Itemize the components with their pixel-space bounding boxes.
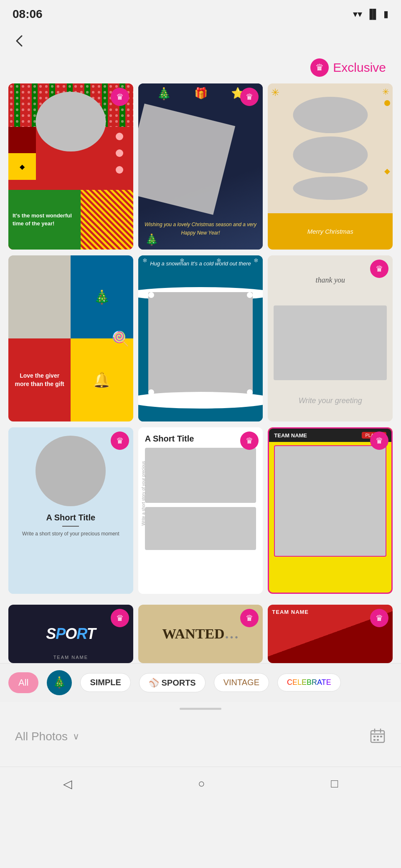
- card-4-star-panel: 🔔: [71, 338, 133, 421]
- exclusive-row: Exclusive: [0, 54, 401, 83]
- back-arrow-icon: [13, 33, 28, 48]
- filter-sports-label: ⚾ SPORTS: [149, 678, 196, 687]
- partial-card-wanted-crown: [240, 609, 259, 627]
- card-9-team-name: TEAM NAME: [274, 432, 307, 439]
- card-1-dot1: [116, 133, 123, 140]
- card-3-circle2: [293, 136, 368, 173]
- pc-wanted-text: WANTED…: [162, 626, 239, 642]
- filter-simple-button[interactable]: SIMPLE: [80, 673, 130, 692]
- card-3-circle1: [293, 97, 368, 134]
- card-6-thankyou-text: thank you: [315, 276, 345, 285]
- all-photos-label: All Photos: [15, 730, 68, 743]
- sport-p: P: [56, 625, 65, 642]
- template-card-short-title-circle[interactable]: A Short Title Write a short story of you…: [8, 427, 133, 593]
- sport-s: S: [46, 625, 56, 642]
- ornament-2: 🎁: [194, 87, 208, 101]
- card-7-divider: [62, 526, 79, 527]
- card-7-circle-photo: [36, 436, 106, 506]
- scroll-bar: [180, 708, 221, 710]
- bottom-filter-bar: All 🎄 SIMPLE ⚾ SPORTS VINTAGE CELEBRATE: [0, 663, 401, 702]
- template-card-short-title-text[interactable]: A Short Title Write a short story of you…: [138, 427, 263, 593]
- card-1-dot3: [116, 166, 123, 174]
- partial-card-sport-crown: [111, 609, 129, 627]
- filter-vintage-button[interactable]: VINTAGE: [214, 673, 269, 692]
- all-photos-dropdown[interactable]: All Photos ∨: [15, 730, 79, 743]
- card-7-inner: A Short Title Write a short story of you…: [8, 427, 133, 593]
- card-3-merry-christmas: Merry Christmas: [307, 228, 353, 235]
- card-9-photo-area: [274, 445, 386, 557]
- card-5-text-area: Hug a snowman It's a cold world out ther…: [138, 260, 263, 268]
- card-1-text: It's the most wonderful time of the year…: [13, 212, 76, 227]
- card-4-inner: 🎄 Love the giver more than the gift 🔔 🍭: [8, 255, 133, 421]
- template-card-sports-team[interactable]: TEAM NAME PLAYER: [268, 427, 393, 593]
- partial-card-wanted[interactable]: WANTED…: [138, 605, 263, 663]
- status-time: 08:06: [13, 8, 43, 21]
- card-4-photo-tl: [8, 255, 71, 338]
- bottom-nav: ◁ ○ □: [0, 767, 401, 797]
- card-1-inner: ◆ It's the most wonderful time of the ye…: [8, 83, 133, 250]
- filter-all-label: All: [18, 677, 28, 688]
- card-8-photo1: [145, 448, 256, 503]
- filter-celebrate-label: CELEBRATE: [287, 678, 331, 686]
- filter-christmas-button[interactable]: 🎄: [47, 670, 72, 695]
- card-3-bottom-bar: Merry Christmas: [268, 213, 393, 250]
- card-7-subtitle-text: Write a short story of your precious mom…: [17, 530, 125, 537]
- svg-rect-7: [373, 739, 376, 741]
- filter-celebrate-button[interactable]: CELEBRATE: [277, 674, 341, 691]
- scroll-indicator: [0, 702, 401, 716]
- nav-home-button[interactable]: ○: [198, 777, 205, 790]
- template-card-christmas-beige[interactable]: ✳ ✳ ◆ Merry Christmas: [268, 83, 393, 250]
- card-1-diamond-panel: ◆: [8, 153, 36, 180]
- card-4-candy-icon: 🍭: [112, 330, 129, 347]
- exclusive-label: Exclusive: [333, 61, 386, 75]
- card-2-diagonal-photo: [138, 103, 235, 215]
- back-button[interactable]: [0, 25, 401, 54]
- card-6-greeting-area: Write your greeting: [268, 380, 393, 422]
- card-5-inner: ❄ ❄ ❄ ❄ Hug a snowman It's a cold world …: [138, 255, 263, 421]
- pc-sport-subtext: TEAM NAME: [8, 655, 133, 660]
- nav-back-button[interactable]: ◁: [63, 777, 72, 791]
- filter-sports-button[interactable]: ⚾ SPORTS: [139, 673, 206, 692]
- card-1-stripe-br: [81, 190, 133, 250]
- calendar-icon: [369, 727, 386, 744]
- wanted-partial-text: WANTED: [162, 626, 224, 641]
- card-5-corner-dot-bl: [148, 389, 154, 395]
- card-5-snow-wave-bot: [138, 392, 263, 409]
- card-1-right-panel: [106, 127, 133, 180]
- signal-icon: ▐▌: [366, 9, 379, 20]
- partial-card-sport[interactable]: SPORT TEAM NAME: [8, 605, 133, 663]
- card-2-crown-badge: [240, 88, 259, 106]
- template-card-christmas-colorful[interactable]: ◆ It's the most wonderful time of the ye…: [8, 83, 133, 250]
- template-card-christmas-navy[interactable]: 🎄 🎁 ⭐ Wishing you a lovely Christmas sea…: [138, 83, 263, 250]
- card-2-inner: 🎄 🎁 ⭐ Wishing you a lovely Christmas sea…: [138, 83, 263, 250]
- calendar-button[interactable]: [369, 727, 386, 746]
- svg-rect-4: [373, 736, 376, 737]
- chevron-down-icon: ∨: [73, 731, 79, 742]
- card-6-crown-badge: [370, 260, 388, 278]
- partial-card-team-red[interactable]: TEAM NAME: [268, 605, 393, 663]
- card-3-inner: ✳ ✳ ◆ Merry Christmas: [268, 83, 393, 250]
- card-1-circle-photo: [36, 92, 106, 151]
- card-2-greeting-text: Wishing you a lovely Christmas season an…: [145, 222, 256, 236]
- nav-recent-button[interactable]: □: [331, 777, 338, 790]
- photos-bar: All Photos ∨: [0, 716, 401, 754]
- card-1-left-panels: ◆: [8, 127, 36, 180]
- card-1-crown-badge: [111, 88, 129, 106]
- card-2-tree-icon: 🎄: [145, 233, 158, 246]
- svg-rect-8: [377, 739, 379, 741]
- card-3-diamond: ◆: [384, 167, 390, 176]
- card-3-circle3: [293, 177, 368, 200]
- template-grid-row1: ◆ It's the most wonderful time of the ye…: [0, 83, 401, 250]
- svg-rect-5: [377, 736, 379, 737]
- template-card-thankyou[interactable]: thank you Write your greeting: [268, 255, 393, 421]
- template-card-giver[interactable]: 🎄 Love the giver more than the gift 🔔 🍭: [8, 255, 133, 421]
- card-3-gold-dot: [384, 100, 390, 106]
- card-1-dot2: [116, 149, 123, 157]
- template-card-snowman[interactable]: ❄ ❄ ❄ ❄ Hug a snowman It's a cold world …: [138, 255, 263, 421]
- sport-r: R: [76, 625, 86, 642]
- card-5-corner-dot-tl: [148, 292, 154, 298]
- card-6-greeting-placeholder: Write your greeting: [299, 396, 362, 405]
- filter-all-button[interactable]: All: [8, 672, 38, 693]
- card-4-text-panel: Love the giver more than the gift: [8, 338, 71, 421]
- sport-t: T: [87, 625, 96, 642]
